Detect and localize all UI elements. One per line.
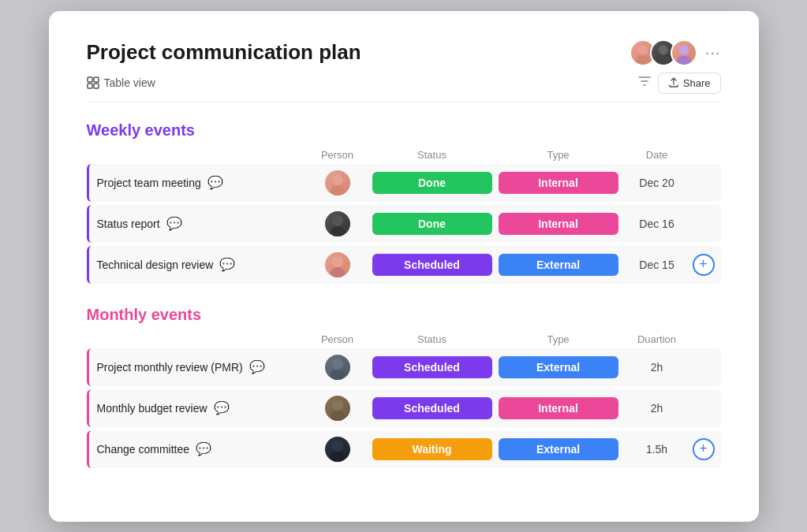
table-row: Status report 💬 Done Internal Dec 16 [87, 205, 721, 243]
row-label: Technical design review [97, 259, 214, 271]
svg-point-12 [332, 215, 343, 226]
row-label: Project monthly review (PMR) [97, 361, 243, 374]
person-cell [306, 355, 369, 380]
comment-icon[interactable]: 💬 [207, 175, 223, 190]
comment-icon[interactable]: 💬 [219, 257, 235, 272]
status-badge: Scheduled [372, 356, 492, 378]
comment-icon[interactable]: 💬 [196, 441, 211, 456]
comment-icon[interactable]: 💬 [249, 359, 265, 374]
row-label: Project team meeting [97, 177, 201, 189]
col-header-person: Person [306, 149, 369, 161]
row-name: Technical design review 💬 [89, 257, 306, 272]
view-toggle[interactable]: Table view [87, 76, 155, 89]
status-badge: Done [372, 172, 492, 194]
avatars [630, 39, 697, 66]
status-badge: Waiting [372, 438, 492, 460]
status-badge: Scheduled [372, 397, 492, 419]
svg-point-20 [332, 441, 343, 452]
share-button[interactable]: Share [658, 73, 721, 94]
type-badge: Internal [499, 213, 618, 235]
comment-icon[interactable]: 💬 [214, 400, 230, 415]
row-label: Change committee [97, 443, 190, 456]
person-avatar [325, 437, 350, 462]
status-badge: Done [372, 213, 492, 235]
svg-rect-8 [88, 84, 92, 88]
svg-point-17 [331, 370, 345, 380]
main-window: Project communication plan ··· [49, 11, 759, 522]
table-row: Project monthly review (PMR) 💬 Scheduled… [87, 348, 721, 386]
type-badge: External [499, 438, 618, 460]
table-row: Technical design review 💬 Scheduled Exte… [87, 246, 721, 284]
duration-cell: 2h [622, 361, 693, 374]
svg-point-10 [332, 174, 343, 185]
avatar [671, 39, 697, 66]
row-name: Change committee 💬 [89, 441, 306, 456]
person-cell [306, 437, 369, 462]
person-avatar [325, 170, 350, 195]
svg-point-14 [332, 256, 343, 267]
duration-cell: 2h [622, 402, 693, 415]
col-header-name [93, 333, 306, 345]
col-header-status: Status [369, 333, 495, 345]
row-name: Project team meeting 💬 [89, 175, 306, 190]
col-header-duration: Duartion [622, 333, 693, 345]
add-column-button[interactable]: + [693, 254, 715, 276]
toolbar-row: Table view Share [87, 73, 721, 102]
svg-point-16 [332, 359, 343, 370]
row-label: Status report [97, 218, 160, 230]
svg-point-4 [679, 45, 689, 54]
add-column-button[interactable]: + [693, 438, 715, 460]
person-avatar [325, 355, 350, 380]
svg-rect-9 [94, 84, 99, 88]
svg-point-18 [332, 400, 343, 411]
date-cell: Dec 15 [622, 259, 693, 271]
svg-point-15 [331, 267, 345, 277]
col-header-type: Type [495, 333, 622, 345]
table-row: Change committee 💬 Waiting External 1.5h… [87, 430, 721, 468]
svg-point-2 [659, 45, 668, 54]
col-header-type: Type [495, 149, 622, 161]
page-title: Project communication plan [87, 40, 361, 65]
filter-icon[interactable] [637, 74, 652, 91]
svg-point-21 [331, 452, 345, 462]
svg-point-11 [331, 185, 345, 195]
weekly-table-header: Person Status Type Date [87, 149, 721, 164]
type-badge: External [499, 254, 618, 276]
col-header-add [693, 333, 721, 345]
comment-icon[interactable]: 💬 [166, 216, 182, 231]
more-options-icon[interactable]: ··· [705, 43, 721, 61]
type-badge: Internal [499, 397, 618, 419]
svg-rect-7 [94, 77, 99, 82]
col-header-add [693, 149, 721, 161]
view-label: Table view [104, 76, 155, 89]
table-row: Monthly budget review 💬 Scheduled Intern… [87, 389, 721, 427]
person-cell [306, 396, 369, 421]
col-header-person: Person [306, 333, 369, 345]
person-cell [306, 170, 369, 195]
person-avatar [325, 396, 350, 421]
weekly-section: Weekly events Person Status Type Date Pr… [87, 121, 721, 284]
monthly-section-title: Monthly events [87, 306, 721, 324]
row-name: Status report 💬 [89, 216, 306, 231]
duration-cell: 1.5h [622, 443, 693, 456]
row-name: Project monthly review (PMR) 💬 [89, 359, 306, 374]
type-badge: Internal [499, 172, 618, 194]
toolbar-actions: Share [637, 73, 721, 94]
monthly-table-header: Person Status Type Duartion [87, 333, 721, 348]
row-label: Monthly budget review [97, 402, 207, 415]
svg-point-3 [656, 55, 671, 65]
svg-point-13 [331, 226, 345, 236]
header-row: Project communication plan ··· [87, 39, 721, 66]
date-cell: Dec 20 [622, 177, 693, 189]
monthly-section: Monthly events Person Status Type Duarti… [87, 306, 721, 468]
person-avatar [325, 252, 350, 277]
header-right: ··· [630, 39, 721, 66]
svg-rect-6 [88, 77, 92, 82]
svg-point-5 [677, 55, 691, 65]
col-header-date: Date [622, 149, 693, 161]
person-avatar [325, 211, 350, 236]
col-header-status: Status [369, 149, 495, 161]
svg-point-0 [638, 45, 648, 54]
table-row: Project team meeting 💬 Done Internal Dec… [87, 164, 721, 202]
date-cell: Dec 16 [622, 218, 693, 230]
